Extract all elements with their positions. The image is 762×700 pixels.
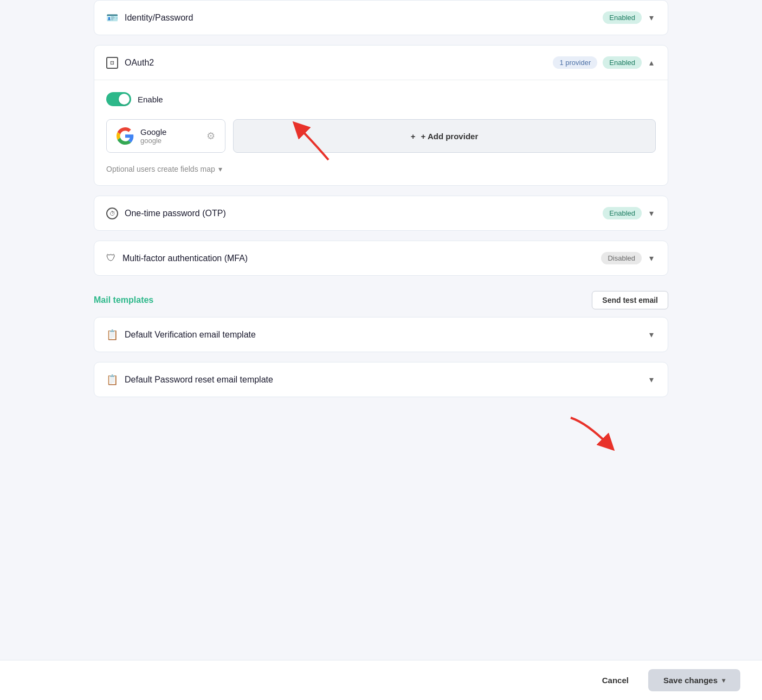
google-g-logo-icon: [117, 127, 134, 145]
mail-templates-section-label: Mail templates: [94, 295, 153, 305]
identity-password-card: 🪪 Identity/Password Enabled ▾: [94, 0, 668, 35]
oauth2-controls: 1 provider Enabled ▴: [553, 55, 656, 70]
google-provider-name: Google: [140, 127, 166, 137]
oauth2-title-group: ⊡ OAuth2: [106, 57, 154, 69]
password-reset-email-title-group: 📋 Default Password reset email template: [106, 374, 273, 386]
providers-wrapper: Google google ⚙ + + Add provider: [106, 119, 656, 153]
send-test-email-button[interactable]: Send test email: [592, 291, 668, 309]
oauth2-label: OAuth2: [125, 58, 154, 68]
add-provider-button[interactable]: + + Add provider: [233, 119, 656, 153]
oauth2-body: Enable: [94, 80, 668, 185]
identity-password-header: 🪪 Identity/Password Enabled ▾: [94, 1, 668, 35]
mfa-collapse-button[interactable]: ▾: [647, 251, 656, 265]
mfa-card: 🛡 Multi-factor authentication (MFA) Disa…: [94, 241, 668, 276]
password-reset-email-card: 📋 Default Password reset email template …: [94, 362, 668, 397]
optional-fields-chevron-icon: ▾: [218, 165, 222, 173]
mfa-controls: Disabled ▾: [601, 251, 656, 265]
otp-status-badge: Enabled: [603, 207, 642, 219]
oauth2-icon: ⊡: [106, 57, 118, 69]
google-provider-info: Google google: [117, 127, 166, 145]
verification-email-collapse-button[interactable]: ▾: [647, 327, 656, 342]
mfa-label: Multi-factor authentication (MFA): [122, 254, 248, 263]
optional-fields-link[interactable]: Optional users create fields map ▾: [106, 165, 656, 173]
verification-email-title-group: 📋 Default Verification email template: [106, 329, 256, 341]
otp-title-group: ⏱ One-time password (OTP): [106, 208, 226, 219]
verification-email-icon: 📋: [106, 329, 118, 341]
mfa-header: 🛡 Multi-factor authentication (MFA) Disa…: [94, 241, 668, 275]
add-provider-label: + Add provider: [421, 132, 479, 141]
identity-password-collapse-button[interactable]: ▾: [647, 10, 656, 25]
verification-email-header: 📋 Default Verification email template ▾: [94, 317, 668, 352]
oauth2-collapse-button[interactable]: ▴: [647, 55, 656, 70]
otp-clock-icon: ⏱: [106, 208, 118, 219]
identity-password-status-badge: Enabled: [603, 11, 642, 24]
otp-header: ⏱ One-time password (OTP) Enabled ▾: [94, 196, 668, 230]
oauth2-enable-row: Enable: [106, 92, 656, 106]
google-provider-gear-icon[interactable]: ⚙: [206, 130, 215, 142]
id-card-icon: 🪪: [106, 12, 118, 24]
mail-templates-section-header: Mail templates Send test email: [94, 291, 668, 309]
password-reset-email-icon: 📋: [106, 374, 118, 386]
google-provider-text: Google google: [140, 127, 166, 145]
mfa-shield-icon: 🛡: [106, 252, 116, 264]
google-provider-card[interactable]: Google google ⚙: [106, 119, 225, 153]
oauth2-status-badge: Enabled: [603, 56, 642, 69]
identity-password-controls: Enabled ▾: [603, 10, 656, 25]
mfa-title-group: 🛡 Multi-factor authentication (MFA): [106, 252, 248, 264]
password-reset-email-label: Default Password reset email template: [125, 375, 273, 385]
verification-email-label: Default Verification email template: [125, 330, 256, 340]
verification-email-controls: ▾: [647, 327, 656, 342]
optional-fields-label: Optional users create fields map: [106, 165, 215, 173]
password-reset-email-collapse-button[interactable]: ▾: [647, 372, 656, 387]
otp-controls: Enabled ▾: [603, 206, 656, 221]
add-provider-plus-icon: +: [411, 132, 416, 141]
otp-collapse-button[interactable]: ▾: [647, 206, 656, 221]
oauth2-enable-label: Enable: [138, 95, 163, 104]
google-provider-sub: google: [140, 137, 166, 145]
password-reset-email-controls: ▾: [647, 372, 656, 387]
otp-card: ⏱ One-time password (OTP) Enabled ▾: [94, 196, 668, 231]
providers-row: Google google ⚙ + + Add provider: [106, 119, 656, 153]
identity-password-title-group: 🪪 Identity/Password: [106, 12, 193, 24]
otp-label: One-time password (OTP): [125, 209, 226, 218]
oauth2-enable-toggle[interactable]: [106, 92, 131, 106]
footer-arrow-area: [94, 407, 668, 439]
oauth2-header: ⊡ OAuth2 1 provider Enabled ▴: [94, 46, 668, 80]
mfa-status-badge: Disabled: [601, 252, 642, 264]
oauth2-provider-count-badge: 1 provider: [553, 56, 597, 69]
annotation-arrow-save: [560, 412, 625, 456]
oauth2-card: ⊡ OAuth2 1 provider Enabled ▴ Enable: [94, 45, 668, 186]
password-reset-email-header: 📋 Default Password reset email template …: [94, 362, 668, 397]
identity-password-label: Identity/Password: [125, 13, 193, 23]
verification-email-card: 📋 Default Verification email template ▾: [94, 317, 668, 352]
